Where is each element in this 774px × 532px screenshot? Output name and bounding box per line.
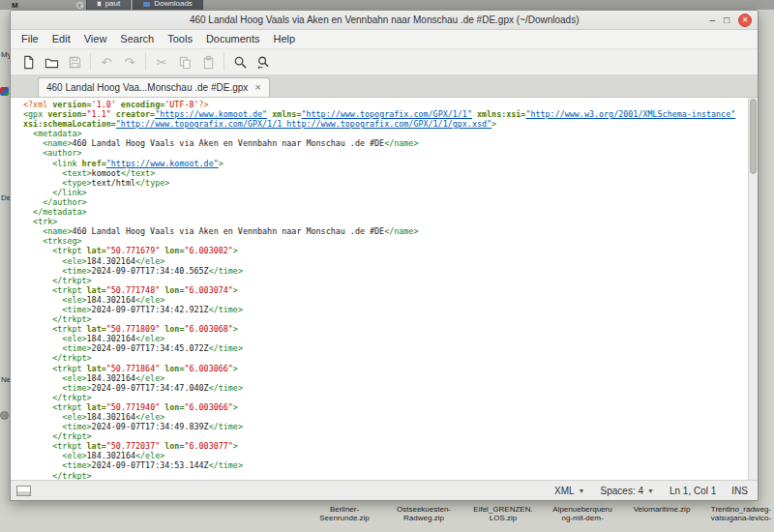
background-tab-label: Downloads — [154, 0, 193, 10]
language-selector[interactable]: XML ▼ — [554, 486, 585, 496]
scrollbar-thumb[interactable] — [750, 99, 757, 174]
code-line[interactable]: <name>460 Landal Hoog Vaals via Aken en … — [23, 138, 746, 148]
tab-close-icon[interactable]: ✕ — [254, 83, 261, 92]
menu-documents[interactable]: Documents — [199, 30, 267, 48]
document-tab[interactable]: 460 Landal Hoog Vaa...Monschau .de #DE.g… — [38, 77, 270, 97]
minimize-button[interactable]: – — [709, 14, 715, 27]
desktop-file-icon-label[interactable]: Trentino_radweg-valsugana-levico- — [704, 505, 774, 522]
code-line[interactable]: <ele>184.302164</ele> — [23, 373, 746, 383]
code-line[interactable]: <time>2024-09-07T17:34:47.040Z</time> — [23, 383, 746, 393]
code-line[interactable]: <trkpt lat="50.771809" lon="6.003068"> — [23, 324, 746, 334]
code-line[interactable]: <gpx version="1.1" creator="https://www.… — [23, 109, 746, 129]
status-bar: XML ▼ Spaces: 4 ▼ Ln 1, Col 1 INS — [11, 480, 758, 500]
indent-label: Spaces: 4 — [601, 486, 643, 496]
code-line[interactable]: <link href="https://www.komoot.de"> — [23, 159, 746, 168]
code-line[interactable]: </trkpt> — [23, 276, 746, 285]
code-line[interactable]: </link> — [23, 188, 746, 197]
code-line[interactable]: <time>2024-09-07T17:34:53.144Z</time> — [23, 460, 746, 470]
code-line[interactable]: <author> — [23, 148, 746, 158]
open-button[interactable] — [40, 51, 63, 73]
copy-icon — [178, 55, 193, 70]
menu-search[interactable]: Search — [113, 30, 161, 48]
code-line[interactable]: <time>2024-09-07T17:34:40.565Z</time> — [23, 266, 746, 276]
new-document-button[interactable] — [16, 51, 40, 73]
menu-file[interactable]: File — [15, 30, 45, 48]
paste-icon — [201, 55, 216, 70]
code-line[interactable]: <ele>184.302164</ele> — [23, 412, 746, 422]
code-line[interactable]: <trk> — [23, 217, 746, 226]
save-button[interactable] — [63, 51, 86, 73]
toolbar-separator — [145, 53, 146, 71]
desktop-file-icon-label[interactable]: Ostseekuesten-Radweg.zip — [387, 505, 461, 522]
tab-bar: 460 Landal Hoog Vaa...Monschau .de #DE.g… — [11, 75, 758, 98]
editor-area[interactable]: <?xml version='1.0' encoding='UTF-8'?><g… — [11, 98, 758, 480]
toolbar-separator — [223, 53, 224, 71]
code-line[interactable]: <text>komoot</text> — [23, 168, 746, 178]
folder-icon — [143, 2, 150, 7]
indent-selector[interactable]: Spaces: 4 ▼ — [601, 486, 654, 496]
code-line[interactable]: <trkpt lat="50.771864" lon="6.003066"> — [23, 364, 746, 373]
code-line[interactable]: <ele>184.302164</ele> — [23, 295, 746, 305]
desktop-icon-label-fragment[interactable]: Dev — [1, 193, 10, 202]
code-line[interactable]: </trkpt> — [23, 353, 746, 363]
bottom-panel-toggle-icon[interactable] — [16, 486, 31, 496]
insert-mode-indicator: INS — [731, 486, 748, 496]
code-line[interactable]: </metadata> — [23, 207, 746, 217]
redo-button[interactable]: ↷ — [118, 51, 141, 73]
find-and-replace-button[interactable] — [252, 51, 275, 73]
copy-button[interactable] — [173, 51, 196, 73]
code-line[interactable]: </author> — [23, 197, 746, 207]
cut-button[interactable]: ✂ — [150, 51, 173, 73]
code-line[interactable]: <trkpt lat="50.772037" lon="6.003077"> — [23, 441, 746, 451]
desktop-file-icon-label[interactable]: Velomaritime.zip — [625, 505, 699, 522]
code-line[interactable]: <?xml version='1.0' encoding='UTF-8'?> — [23, 100, 746, 109]
code-line[interactable]: <time>2024-09-07T17:34:49.839Z</time> — [23, 422, 746, 431]
background-window-strip: M paut Downloads — [0, 0, 774, 10]
desktop-bottom-strip: Berliner-Seenrunde.zip Ostseekuesten-Rad… — [0, 501, 774, 532]
undo-button[interactable]: ↶ — [95, 51, 118, 73]
find-button[interactable] — [228, 51, 252, 73]
toolbar: ↶ ↷ ✂ — [11, 49, 758, 75]
code-line[interactable]: </trkpt> — [23, 393, 746, 402]
paste-button[interactable] — [196, 51, 220, 73]
desktop-icon-label-fragment[interactable]: My — [1, 50, 10, 59]
code-area[interactable]: <?xml version='1.0' encoding='UTF-8'?><g… — [11, 98, 748, 480]
close-button[interactable]: ✕ — [738, 14, 752, 27]
code-line[interactable]: <trkpt lat="50.771748" lon="6.003074"> — [23, 285, 746, 295]
code-line[interactable]: <time>2024-09-07T17:34:42.921Z</time> — [23, 305, 746, 314]
vertical-scrollbar[interactable] — [748, 98, 758, 480]
code-line[interactable]: <type>text/html</type> — [23, 178, 746, 188]
menu-edit[interactable]: Edit — [45, 30, 77, 48]
menu-help[interactable]: Help — [267, 30, 303, 48]
desktop-file-icon-label[interactable]: Eifel_GRENZEN.LOS.zip — [466, 505, 540, 522]
title-bar[interactable]: 460 Landal Hoog Vaals via Aken en Vennba… — [11, 11, 758, 30]
menu-view[interactable]: View — [77, 30, 114, 48]
window-title: 460 Landal Hoog Vaals via Aken en Vennba… — [11, 15, 700, 25]
desktop-icon-fragment[interactable] — [0, 87, 9, 96]
code-line[interactable]: </trkpt> — [23, 431, 746, 441]
maximize-button[interactable]: □ — [724, 14, 729, 27]
code-line[interactable]: <trkseg> — [23, 236, 746, 246]
code-line[interactable]: <ele>184.302164</ele> — [23, 451, 746, 460]
save-icon — [68, 55, 82, 70]
code-line[interactable]: <metadata> — [23, 129, 746, 138]
code-line[interactable]: <name>460 Landal Hoog Vaals via Aken en … — [23, 226, 746, 236]
code-line[interactable]: <ele>184.302164</ele> — [23, 256, 746, 266]
menu-bar: File Edit View Search Tools Documents He… — [11, 30, 758, 49]
code-line[interactable]: </trkpt> — [23, 471, 746, 480]
desktop-icon-label-fragment[interactable]: Net — [1, 375, 10, 384]
background-tab-paut[interactable]: paut — [86, 0, 132, 10]
code-line[interactable]: <ele>184.302164</ele> — [23, 334, 746, 343]
code-line[interactable]: </trkpt> — [23, 314, 746, 324]
find-and-replace-icon — [256, 55, 271, 70]
menu-tools[interactable]: Tools — [161, 30, 199, 48]
search-icon — [76, 2, 83, 9]
background-tab-downloads[interactable]: Downloads — [133, 0, 203, 10]
code-line[interactable]: <time>2024-09-07T17:34:45.072Z</time> — [23, 343, 746, 353]
desktop-file-icon-label[interactable]: Alpenueberquerung-mit-dem- — [546, 505, 619, 522]
code-line[interactable]: <trkpt lat="50.771679" lon="6.003082"> — [23, 246, 746, 255]
open-folder-icon — [45, 55, 59, 70]
disc-icon[interactable] — [0, 411, 9, 420]
desktop-file-icon-label[interactable]: Berliner-Seenrunde.zip — [308, 505, 381, 522]
code-line[interactable]: <trkpt lat="50.771940" lon="6.003066"> — [23, 402, 746, 412]
